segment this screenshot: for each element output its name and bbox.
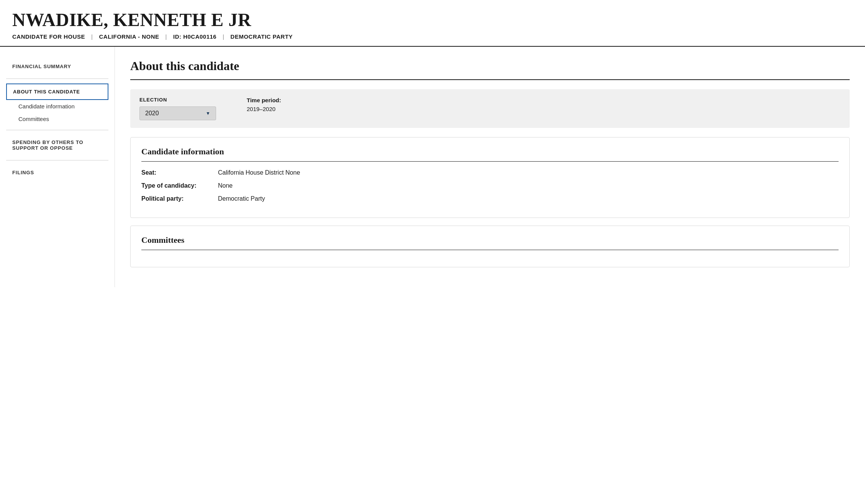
main-content: About this candidate ELECTION 2020 ▼ Tim… bbox=[115, 47, 865, 287]
info-row-seat: Seat: California House District None bbox=[141, 169, 839, 176]
sidebar-divider-3 bbox=[6, 160, 108, 160]
page-body: FINANCIAL SUMMARY ABOUT THIS CANDIDATE C… bbox=[0, 47, 865, 287]
sidebar-divider-2 bbox=[6, 130, 108, 130]
candidate-info-card-title: Candidate information bbox=[141, 147, 839, 157]
info-value-seat: California House District None bbox=[218, 169, 300, 176]
sidebar-item-spending-by-others[interactable]: SPENDING BY OTHERS TO SUPPORT OR OPPOSE bbox=[6, 135, 108, 155]
info-key-candidacy-type: Type of candidacy: bbox=[141, 182, 218, 189]
meta-divider-3: | bbox=[223, 33, 224, 40]
sidebar-divider-1 bbox=[6, 79, 108, 79]
sidebar-subitem-candidate-information[interactable]: Candidate information bbox=[6, 100, 108, 113]
meta-id: ID: H0CA00116 bbox=[173, 33, 216, 40]
info-value-political-party: Democratic Party bbox=[218, 195, 265, 202]
info-key-seat: Seat: bbox=[141, 169, 218, 176]
election-label: ELECTION bbox=[139, 97, 216, 103]
committees-card-title: Committees bbox=[141, 235, 839, 245]
sidebar-item-financial-summary[interactable]: FINANCIAL SUMMARY bbox=[6, 59, 108, 74]
election-filter-box: ELECTION 2020 ▼ Time period: 2019–2020 bbox=[130, 89, 850, 128]
info-row-candidacy-type: Type of candidacy: None bbox=[141, 182, 839, 189]
election-year-select[interactable]: 2020 ▼ bbox=[139, 106, 216, 120]
committees-card: Committees bbox=[130, 226, 850, 267]
election-year-value: 2020 bbox=[145, 110, 159, 117]
sidebar-item-filings[interactable]: FILINGS bbox=[6, 165, 108, 180]
meta-office: CANDIDATE FOR HOUSE bbox=[12, 33, 85, 40]
candidate-info-card: Candidate information Seat: California H… bbox=[130, 137, 850, 218]
section-divider bbox=[130, 79, 850, 80]
info-row-political-party: Political party: Democratic Party bbox=[141, 195, 839, 202]
info-key-political-party: Political party: bbox=[141, 195, 218, 202]
candidate-name: NWADIKE, KENNETH E JR bbox=[12, 9, 853, 30]
time-period-value: 2019–2020 bbox=[247, 106, 281, 112]
meta-state: CALIFORNIA - NONE bbox=[99, 33, 159, 40]
time-period-label: Time period: bbox=[247, 97, 281, 103]
election-filter-group: ELECTION 2020 ▼ bbox=[139, 97, 216, 120]
page-title: About this candidate bbox=[130, 59, 850, 73]
meta-party: DEMOCRATIC PARTY bbox=[231, 33, 293, 40]
chevron-down-icon: ▼ bbox=[206, 111, 210, 116]
time-period-group: Time period: 2019–2020 bbox=[247, 97, 281, 112]
sidebar-item-about-this-candidate[interactable]: ABOUT THIS CANDIDATE bbox=[6, 83, 108, 100]
meta-divider-1: | bbox=[91, 33, 93, 40]
candidate-meta: CANDIDATE FOR HOUSE | CALIFORNIA - NONE … bbox=[12, 33, 853, 40]
committees-card-divider bbox=[141, 250, 839, 250]
candidate-info-card-divider bbox=[141, 161, 839, 162]
info-value-candidacy-type: None bbox=[218, 182, 233, 189]
page-header: NWADIKE, KENNETH E JR CANDIDATE FOR HOUS… bbox=[0, 0, 865, 47]
meta-divider-2: | bbox=[165, 33, 167, 40]
sidebar-subitem-committees[interactable]: Committees bbox=[6, 113, 108, 125]
sidebar: FINANCIAL SUMMARY ABOUT THIS CANDIDATE C… bbox=[0, 47, 115, 287]
